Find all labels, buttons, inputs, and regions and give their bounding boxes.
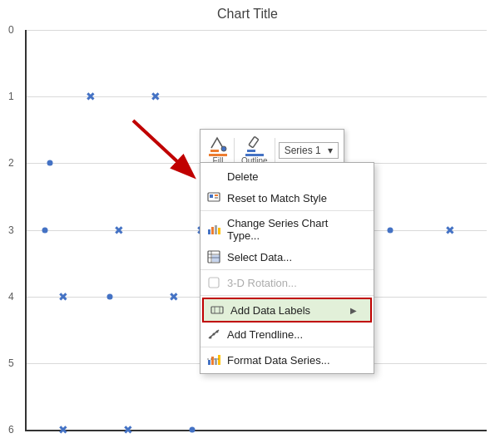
- data-point: [190, 427, 196, 433]
- y-label-5: 5: [8, 357, 14, 369]
- menu-item-format-series-label: Format Data Series...: [227, 354, 360, 367]
- chart-type-icon: [207, 223, 220, 236]
- trendline-icon: [207, 327, 220, 341]
- chart-container: Chart Title 0 1 2 3 4 5 6 ✖ ✖ ✖ ✖ ✖: [0, 0, 495, 448]
- menu-item-change-chart-label: Change Series Chart Type...: [227, 217, 360, 242]
- y-label-1: 1: [8, 91, 14, 102]
- svg-rect-27: [208, 360, 210, 365]
- menu-divider-3: [200, 295, 374, 296]
- fill-icon: [209, 135, 227, 153]
- data-point: ✖: [86, 91, 96, 102]
- series-dropdown[interactable]: Series 1 ▾: [279, 142, 339, 159]
- toolbar-separator-2: [275, 138, 275, 163]
- select-data-icon: [207, 250, 220, 263]
- series-name: Series 1: [285, 145, 321, 156]
- menu-item-add-trendline[interactable]: Add Trendline...: [200, 323, 374, 345]
- data-point: [387, 227, 393, 233]
- data-point: ✖: [58, 424, 68, 436]
- menu-item-add-data-labels[interactable]: Add Data Labels ▶: [202, 298, 372, 322]
- svg-point-26: [216, 331, 219, 333]
- data-point: ✖: [151, 91, 161, 102]
- y-label-4: 4: [8, 291, 14, 303]
- svg-rect-10: [208, 229, 210, 234]
- y-label-3: 3: [8, 224, 14, 236]
- delete-icon: [207, 170, 220, 183]
- data-point: ✖: [445, 224, 455, 236]
- y-label-2: 2: [8, 157, 14, 169]
- menu-item-reset[interactable]: Reset to Match Style: [200, 187, 374, 209]
- data-point: ✖: [58, 291, 68, 303]
- menu-item-select-data-label: Select Data...: [227, 251, 360, 263]
- menu-item-add-data-labels-label: Add Data Labels: [230, 304, 344, 317]
- svg-rect-11: [211, 227, 214, 234]
- outline-icon: [245, 135, 264, 153]
- svg-point-3: [221, 146, 226, 151]
- format-series-icon: [207, 353, 220, 367]
- data-point: ✖: [123, 424, 133, 436]
- gridline-0: [27, 30, 487, 31]
- data-point: [42, 227, 48, 233]
- chart-title: Chart Title: [0, 0, 495, 25]
- svg-rect-8: [215, 194, 218, 196]
- svg-rect-9: [215, 197, 218, 199]
- data-point: ✖: [169, 291, 179, 303]
- context-menu: Delete Reset to Match Style: [200, 162, 374, 374]
- menu-item-3d-rotation: 3-D Rotation...: [200, 272, 374, 293]
- dropdown-arrow: ▾: [328, 145, 333, 156]
- svg-rect-19: [209, 278, 219, 288]
- menu-item-select-data[interactable]: Select Data...: [200, 246, 374, 268]
- svg-rect-2: [210, 150, 219, 152]
- svg-point-24: [210, 337, 212, 339]
- y-label-0: 0: [8, 24, 14, 36]
- svg-rect-18: [212, 255, 220, 262]
- reset-icon: [207, 191, 220, 204]
- svg-rect-20: [211, 307, 223, 313]
- menu-divider-2: [200, 269, 374, 270]
- data-point: [47, 160, 52, 166]
- svg-rect-30: [218, 355, 220, 365]
- svg-rect-4: [249, 136, 259, 147]
- menu-item-change-chart[interactable]: Change Series Chart Type...: [200, 213, 374, 246]
- data-point: [106, 293, 112, 299]
- svg-rect-28: [211, 357, 214, 365]
- menu-item-add-trendline-label: Add Trendline...: [227, 328, 360, 341]
- y-label-6: 6: [8, 424, 14, 436]
- menu-item-format-series[interactable]: Format Data Series...: [200, 349, 374, 371]
- rotation-icon: [207, 276, 220, 289]
- toolbar-separator: [234, 138, 235, 163]
- submenu-arrow: ▶: [350, 306, 357, 315]
- svg-rect-5: [247, 150, 255, 152]
- menu-divider-1: [200, 210, 374, 211]
- menu-item-3d-label: 3-D Rotation...: [227, 277, 360, 289]
- svg-rect-13: [218, 228, 220, 234]
- menu-item-delete-label: Delete: [227, 170, 360, 183]
- svg-point-25: [213, 333, 215, 336]
- data-labels-icon: [210, 303, 224, 317]
- data-point: ✖: [114, 224, 124, 236]
- svg-rect-12: [215, 225, 217, 234]
- svg-rect-7: [210, 194, 213, 198]
- menu-item-reset-label: Reset to Match Style: [227, 192, 360, 204]
- menu-divider-4: [200, 347, 374, 347]
- menu-item-delete[interactable]: Delete: [200, 165, 374, 187]
